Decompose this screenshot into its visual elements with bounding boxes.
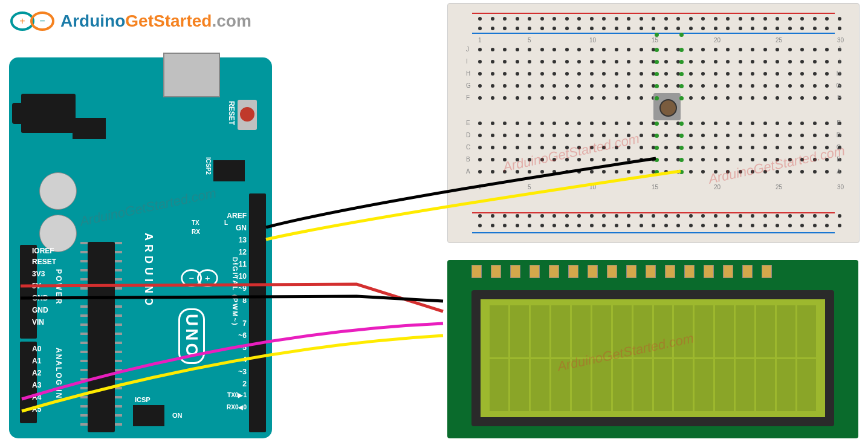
pin-d6: ~6 xyxy=(238,331,247,340)
logo-icon: +− xyxy=(9,6,57,36)
pin-d13: 13 xyxy=(239,236,247,244)
site-logo: +− ArduinoGetStarted.com xyxy=(9,6,251,36)
lcd-bezel xyxy=(471,290,834,426)
pin-d12: 12 xyxy=(239,248,247,256)
pin-vin: VIN xyxy=(32,318,44,326)
pin-d3: ~3 xyxy=(238,368,247,376)
analog-section-label: ANALOG IN xyxy=(54,348,63,399)
logo-text: ArduinoGetStarted.com xyxy=(60,11,251,31)
l-led-label: L xyxy=(224,219,228,226)
rx-led-label: RX xyxy=(192,229,200,235)
pin-5v: 5V xyxy=(32,282,41,290)
pin-gnd: GND xyxy=(32,294,48,302)
icsp2-label: ICSP2 xyxy=(205,157,212,175)
usb-port xyxy=(163,53,220,97)
svg-text:−: − xyxy=(189,273,194,283)
pin-a3: A3 xyxy=(32,381,41,389)
capacitor xyxy=(39,172,77,210)
pin-a5: A5 xyxy=(32,405,41,414)
lcd-screen xyxy=(481,299,825,417)
board-name: ARDUINO xyxy=(142,233,155,309)
pin-d8: 8 xyxy=(242,296,247,305)
arduino-uno-board: RESET ICSP2 ICSP ON IOREF RESET 3V3 5V G… xyxy=(9,57,272,438)
svg-text:+: + xyxy=(205,273,210,283)
pin-d7: 7 xyxy=(242,319,247,328)
pin-a4: A4 xyxy=(32,393,41,401)
lcd-i2c-module xyxy=(447,260,858,438)
pin-gnd: GND xyxy=(32,306,48,314)
pin-d2: 2 xyxy=(242,380,247,388)
lcd-char-grid xyxy=(490,305,816,411)
on-led-label: ON xyxy=(172,412,183,419)
pin-tx0: TX0▶1 xyxy=(227,392,247,398)
pin-rx0: RX0◀0 xyxy=(227,404,247,411)
icsp-header xyxy=(133,405,164,426)
barrel-jack xyxy=(21,94,76,133)
pin-a0: A0 xyxy=(32,345,41,353)
icsp-label: ICSP xyxy=(135,396,151,403)
power-section-label: POWER xyxy=(54,269,63,305)
pin-d4: 4 xyxy=(242,356,247,364)
svg-text:−: − xyxy=(39,16,45,26)
reset-button[interactable] xyxy=(238,100,257,130)
pin-a2: A2 xyxy=(32,369,41,377)
pin-3v3: 3V3 xyxy=(32,270,45,278)
pin-a1: A1 xyxy=(32,357,41,365)
arduino-logo-icon: −+ xyxy=(178,266,221,290)
small-chip xyxy=(73,118,106,139)
board-variant: UNO xyxy=(178,308,205,364)
tx-led-label: TX xyxy=(192,219,199,226)
lcd-pin-row xyxy=(471,265,772,278)
pin-d5: ~5 xyxy=(238,343,247,352)
breadboard: JJIIHHGGFFEEDDCCBBAA11551010151520202525… xyxy=(447,3,860,243)
reset-label: RESET xyxy=(227,101,236,125)
pin-d9: ~9 xyxy=(238,284,247,293)
pin-gnd-d: GN xyxy=(236,224,247,232)
digital-header xyxy=(249,193,266,432)
digital-section-label: DIGITAL (PWM~) xyxy=(232,257,239,326)
svg-text:+: + xyxy=(19,16,25,26)
breadboard-holes: JJIIHHGGFFEEDDCCBBAA11551010151520202525… xyxy=(448,4,859,242)
pin-aref: AREF xyxy=(227,212,247,220)
pin-ioref: IOREF xyxy=(32,247,54,255)
atmega-chip xyxy=(88,242,115,432)
icsp2-header xyxy=(213,160,245,181)
pin-reset: RESET xyxy=(32,258,56,266)
